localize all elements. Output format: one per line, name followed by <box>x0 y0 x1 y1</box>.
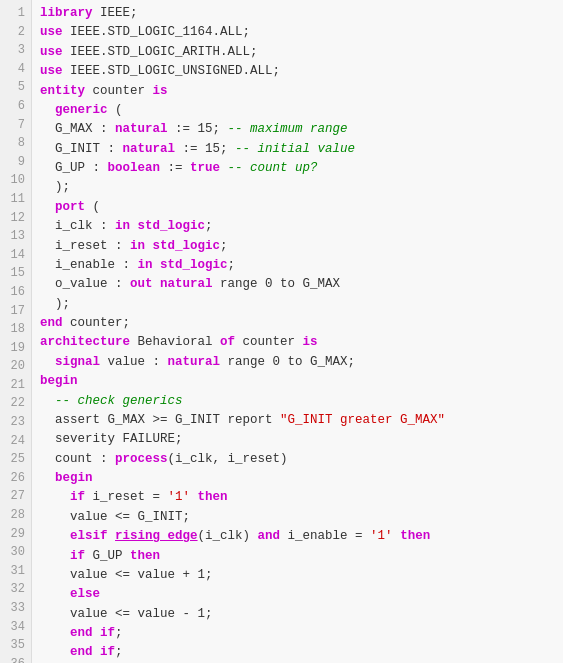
token-kw: is <box>303 335 318 349</box>
token-plain: G_INIT : <box>40 142 123 156</box>
token-plain <box>40 394 55 408</box>
code-line: value <= value - 1; <box>40 605 555 624</box>
token-kw: in <box>130 239 145 253</box>
token-plain: i_enable : <box>40 258 138 272</box>
token-plain: counter <box>235 335 303 349</box>
code-line: entity counter is <box>40 82 555 101</box>
token-kw: use <box>40 64 63 78</box>
token-kw: of <box>220 335 235 349</box>
token-kw: if <box>100 626 115 640</box>
token-plain: counter; <box>63 316 131 330</box>
token-kw: in <box>138 258 153 272</box>
token-plain: G_UP : <box>40 161 108 175</box>
line-number: 4 <box>4 60 25 79</box>
line-number: 15 <box>4 264 25 283</box>
token-kw: boolean <box>108 161 161 175</box>
token-kw: end <box>70 645 93 659</box>
token-plain: := 15; <box>168 122 228 136</box>
token-plain: value <= value + 1; <box>40 568 213 582</box>
line-number: 27 <box>4 487 25 506</box>
token-kw: end <box>70 626 93 640</box>
line-number: 23 <box>4 413 25 432</box>
code-line: -- check generics <box>40 392 555 411</box>
code-line: architecture Behavioral of counter is <box>40 333 555 352</box>
code-line: use IEEE.STD_LOGIC_ARITH.ALL; <box>40 43 555 62</box>
token-kw: natural <box>160 277 213 291</box>
code-line: i_clk : in std_logic; <box>40 217 555 236</box>
token-kw: library <box>40 6 93 20</box>
token-plain: i_clk : <box>40 219 115 233</box>
code-line: i_enable : in std_logic; <box>40 256 555 275</box>
token-plain: := <box>160 161 190 175</box>
token-kw: then <box>400 529 430 543</box>
code-container: 1234567891011121314151617181920212223242… <box>0 0 563 663</box>
code-line: end if; <box>40 643 555 662</box>
token-plain <box>40 529 70 543</box>
token-kw: then <box>130 549 160 563</box>
token-plain: (i_clk) <box>198 529 258 543</box>
line-number: 1 <box>4 4 25 23</box>
token-plain: i_enable = <box>280 529 370 543</box>
line-number: 13 <box>4 227 25 246</box>
token-plain <box>108 529 116 543</box>
code-line: i_reset : in std_logic; <box>40 237 555 256</box>
token-kw: std_logic <box>153 239 221 253</box>
code-line: if i_reset = '1' then <box>40 488 555 507</box>
line-number: 16 <box>4 283 25 302</box>
line-number: 12 <box>4 209 25 228</box>
line-number: 20 <box>4 357 25 376</box>
code-line: end counter; <box>40 314 555 333</box>
token-kw: true <box>190 161 220 175</box>
token-plain: ; <box>228 258 236 272</box>
code-line: use IEEE.STD_LOGIC_UNSIGNED.ALL; <box>40 62 555 81</box>
token-plain: ); <box>40 180 70 194</box>
line-number: 11 <box>4 190 25 209</box>
token-plain: G_MAX : <box>40 122 115 136</box>
token-plain <box>40 587 70 601</box>
token-plain <box>130 219 138 233</box>
code-line: assert G_MAX >= G_INIT report "G_INIT gr… <box>40 411 555 430</box>
code-line: count : process(i_clk, i_reset) <box>40 450 555 469</box>
token-plain: ( <box>108 103 123 117</box>
line-number: 28 <box>4 506 25 525</box>
line-number: 31 <box>4 562 25 581</box>
line-number: 8 <box>4 134 25 153</box>
line-number: 24 <box>4 432 25 451</box>
token-plain: := 15; <box>175 142 235 156</box>
token-str: '1' <box>168 490 191 504</box>
token-plain: IEEE.STD_LOGIC_1164.ALL; <box>63 25 251 39</box>
token-plain: i_reset : <box>40 239 130 253</box>
line-number: 32 <box>4 580 25 599</box>
token-kw: and <box>258 529 281 543</box>
code-line: G_MAX : natural := 15; -- maximum range <box>40 120 555 139</box>
token-plain <box>145 239 153 253</box>
token-kw: natural <box>168 355 221 369</box>
token-plain: range 0 to G_MAX <box>213 277 341 291</box>
code-area[interactable]: library IEEE;use IEEE.STD_LOGIC_1164.ALL… <box>32 0 563 663</box>
line-number: 17 <box>4 302 25 321</box>
token-kw: begin <box>40 374 78 388</box>
token-plain <box>40 626 70 640</box>
line-number: 35 <box>4 636 25 655</box>
token-plain: IEEE; <box>93 6 138 20</box>
token-kw: is <box>153 84 168 98</box>
token-plain: G_UP <box>85 549 130 563</box>
code-line: ); <box>40 178 555 197</box>
code-line: elsif rising_edge(i_clk) and i_enable = … <box>40 527 555 546</box>
token-kw: if <box>70 549 85 563</box>
line-number: 5 <box>4 78 25 97</box>
line-number: 10 <box>4 171 25 190</box>
code-line: o_value : out natural range 0 to G_MAX <box>40 275 555 294</box>
token-plain: counter <box>85 84 153 98</box>
token-plain <box>153 277 161 291</box>
token-plain: IEEE.STD_LOGIC_UNSIGNED.ALL; <box>63 64 281 78</box>
token-plain: ; <box>205 219 213 233</box>
code-line: library IEEE; <box>40 4 555 23</box>
code-line: value <= G_INIT; <box>40 508 555 527</box>
token-plain <box>40 490 70 504</box>
code-line: use IEEE.STD_LOGIC_1164.ALL; <box>40 23 555 42</box>
token-kw: entity <box>40 84 85 98</box>
token-kw: end <box>40 316 63 330</box>
token-plain: value <= value - 1; <box>40 607 213 621</box>
token-kw: use <box>40 25 63 39</box>
